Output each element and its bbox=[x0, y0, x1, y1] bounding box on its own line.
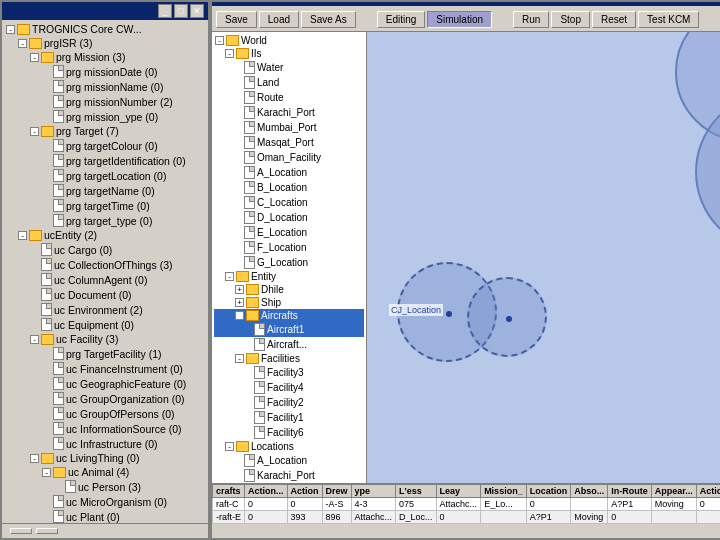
tree-item[interactable]: uc FinanceInstrument (0) bbox=[4, 361, 206, 376]
prognos-tree-item[interactable]: B_Location bbox=[214, 180, 364, 195]
reset-button[interactable]: Reset bbox=[592, 11, 636, 28]
prognos-tree-item[interactable]: Route bbox=[214, 90, 364, 105]
tree-item[interactable]: prg target_type (0) bbox=[4, 213, 206, 228]
expand-icon[interactable]: - bbox=[18, 231, 27, 240]
tree-item[interactable]: prg targetIdentification (0) bbox=[4, 153, 206, 168]
expand-icon[interactable]: - bbox=[235, 354, 244, 363]
expand-icon[interactable]: - bbox=[30, 127, 39, 136]
tree-item[interactable]: -prgISR (3) bbox=[4, 36, 206, 50]
prognos-tree-item[interactable]: -IIs bbox=[214, 47, 364, 60]
prognos-tree-item[interactable]: -World bbox=[214, 34, 364, 47]
tree-item[interactable]: uc GroupOrganization (0) bbox=[4, 391, 206, 406]
start-button[interactable] bbox=[10, 528, 32, 534]
prognos-tree-item[interactable]: Mumbai_Port bbox=[214, 120, 364, 135]
prognos-tree-item[interactable]: Karachi_Port bbox=[214, 468, 364, 483]
tree-item[interactable]: -uc Facility (3) bbox=[4, 332, 206, 346]
file-icon bbox=[244, 121, 255, 134]
tree-item[interactable]: prg TargetFacility (1) bbox=[4, 346, 206, 361]
expand-icon[interactable]: - bbox=[6, 25, 15, 34]
tree-item[interactable]: uc Cargo (0) bbox=[4, 242, 206, 257]
save-as-button[interactable]: Save As bbox=[301, 11, 356, 28]
tree-item[interactable]: uc MicroOrganism (0) bbox=[4, 494, 206, 509]
save-button[interactable]: Save bbox=[216, 11, 257, 28]
tree-item-label: prg target_type (0) bbox=[66, 215, 152, 227]
expand-icon[interactable]: - bbox=[225, 49, 234, 58]
tree-item[interactable]: uc InformationSource (0) bbox=[4, 421, 206, 436]
test-kcm-button[interactable]: Test KCM bbox=[638, 11, 699, 28]
tree-item[interactable]: prg targetName (0) bbox=[4, 183, 206, 198]
prognos-tree-item[interactable]: A_Location bbox=[214, 165, 364, 180]
expand-icon[interactable]: - bbox=[225, 272, 234, 281]
expand-icon[interactable]: - bbox=[235, 311, 244, 320]
expand-icon[interactable]: - bbox=[215, 36, 224, 45]
tree-item[interactable]: -uc LivingThing (0) bbox=[4, 451, 206, 465]
load-button[interactable]: Load bbox=[259, 11, 299, 28]
prognos-tree-item[interactable]: Facility2 bbox=[214, 395, 364, 410]
prognos-tree-item[interactable]: D_Location bbox=[214, 210, 364, 225]
prognos-tree-item[interactable]: -Aircrafts bbox=[214, 309, 364, 322]
tree-item[interactable]: uc Environment (2) bbox=[4, 302, 206, 317]
tree-item[interactable]: uc Plant (0) bbox=[4, 509, 206, 523]
tree-item[interactable]: uc Document (0) bbox=[4, 287, 206, 302]
prognos-tree-item[interactable]: -Entity bbox=[214, 270, 364, 283]
prognos-tree-item[interactable]: +Ship bbox=[214, 296, 364, 309]
prognos-tree-item[interactable]: Land bbox=[214, 75, 364, 90]
tree-item[interactable]: uc GroupOfPersons (0) bbox=[4, 406, 206, 421]
prognos-tree-item[interactable]: Aircraft... bbox=[214, 337, 364, 352]
run-button[interactable]: Run bbox=[513, 11, 549, 28]
canvas-area[interactable]: CJ_Location FA-1S FA-1Z ↖ bbox=[367, 32, 720, 483]
maximize-button[interactable]: □ bbox=[174, 4, 188, 18]
tree-item[interactable]: uc ColumnAgent (0) bbox=[4, 272, 206, 287]
prognos-tree-item[interactable]: Facility4 bbox=[214, 380, 364, 395]
prognos-tree-item[interactable]: Facility1 bbox=[214, 410, 364, 425]
expand-icon[interactable]: + bbox=[235, 298, 244, 307]
tree-item[interactable]: -prg Mission (3) bbox=[4, 50, 206, 64]
prognos-tree-item[interactable]: Facility3 bbox=[214, 365, 364, 380]
simulation-button[interactable]: Simulation bbox=[427, 11, 492, 28]
tree-item[interactable]: -uc Animal (4) bbox=[4, 465, 206, 479]
prognos-tree-item[interactable]: F_Location bbox=[214, 240, 364, 255]
prognos-tree-item[interactable]: -Facilities bbox=[214, 352, 364, 365]
prognos-tree-item[interactable]: Facility6 bbox=[214, 425, 364, 440]
tree-item[interactable]: prg mission_ype (0) bbox=[4, 109, 206, 124]
prognos-tree-item[interactable]: +Dhile bbox=[214, 283, 364, 296]
editing-button[interactable]: Editing bbox=[377, 11, 426, 28]
tree-item[interactable]: -prg Target (7) bbox=[4, 124, 206, 138]
tree-item[interactable]: uc Equipment (0) bbox=[4, 317, 206, 332]
prognos-tree-item[interactable]: G_Location bbox=[214, 255, 364, 270]
stop-button[interactable]: Stop bbox=[551, 11, 590, 28]
prognos-tree-item[interactable]: A_Location bbox=[214, 453, 364, 468]
prognos-tree-item[interactable]: C_Location bbox=[214, 195, 364, 210]
expand-icon[interactable]: - bbox=[30, 454, 39, 463]
expand-icon[interactable]: - bbox=[225, 442, 234, 451]
tree-item[interactable]: prg targetLocation (0) bbox=[4, 168, 206, 183]
tree-item[interactable]: prg missionNumber (2) bbox=[4, 94, 206, 109]
get-button[interactable] bbox=[36, 528, 58, 534]
tree-item[interactable]: uc Infrastructure (0) bbox=[4, 436, 206, 451]
tree-item[interactable]: prg missionDate (0) bbox=[4, 64, 206, 79]
prognos-tree-item[interactable]: Aircraft1 bbox=[214, 322, 364, 337]
prognos-tree-item[interactable]: Water bbox=[214, 60, 364, 75]
tree-item[interactable]: prg missionName (0) bbox=[4, 79, 206, 94]
tree-item[interactable]: uc GeographicFeature (0) bbox=[4, 376, 206, 391]
expand-icon[interactable]: + bbox=[235, 285, 244, 294]
prognos-tree-item[interactable]: Karachi_Port bbox=[214, 105, 364, 120]
expand-icon[interactable]: - bbox=[30, 53, 39, 62]
dot-center-2 bbox=[506, 316, 512, 322]
close-button[interactable]: ✕ bbox=[190, 4, 204, 18]
tree-item[interactable]: uc Person (3) bbox=[4, 479, 206, 494]
prognos-tree-item[interactable]: E_Location bbox=[214, 225, 364, 240]
tree-item[interactable]: uc CollectionOfThings (3) bbox=[4, 257, 206, 272]
prognos-tree-item[interactable]: Oman_Facility bbox=[214, 150, 364, 165]
expand-icon[interactable]: - bbox=[42, 468, 51, 477]
minimize-button[interactable]: _ bbox=[158, 4, 172, 18]
expand-icon[interactable]: - bbox=[18, 39, 27, 48]
prognos-tree-item[interactable]: -Locations bbox=[214, 440, 364, 453]
tree-item[interactable]: -TROGNICS Core CW... bbox=[4, 22, 206, 36]
tree-item[interactable]: prg targetColour (0) bbox=[4, 138, 206, 153]
tree-item[interactable]: -ucEntity (2) bbox=[4, 228, 206, 242]
prognos-tree-item-label: Facility6 bbox=[267, 427, 304, 438]
expand-icon[interactable]: - bbox=[30, 335, 39, 344]
tree-item[interactable]: prg targetTime (0) bbox=[4, 198, 206, 213]
prognos-tree-item[interactable]: Masqat_Port bbox=[214, 135, 364, 150]
